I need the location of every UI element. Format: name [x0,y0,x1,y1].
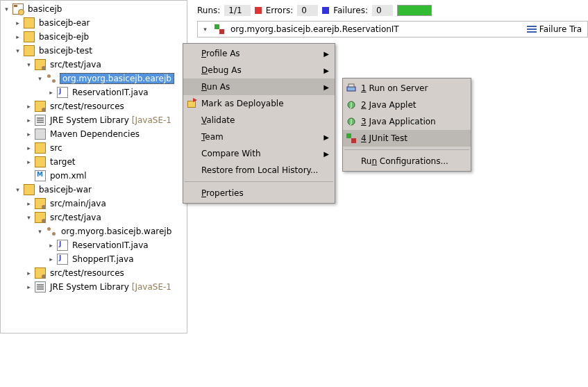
tree-node-label: Maven Dependencies [49,129,141,140]
tree-node-label: org.myorg.basicejb.warejb [60,226,173,237]
submenu-item-java-applet[interactable]: J2 Java Applet [343,97,471,113]
menu-item-label: Properties [201,188,244,198]
tree-row[interactable]: ▾src/test/java [1,58,187,72]
expand-icon[interactable]: ▸ [47,255,56,264]
tree-node-label: src/test/java [49,212,103,223]
tree-node-label: src/test/resources [49,267,126,279]
tree-node-label: basicejb-war [37,184,93,195]
project-explorer: ▾basicejb▸basicejb-ear▸basicejb-ejb▾basi… [0,0,187,334]
tree-row[interactable]: ▸src/main/java [1,197,187,211]
menu-item-properties[interactable]: Properties [183,185,335,201]
menu-item-label: Compare With [201,149,261,158]
expand-icon[interactable]: ▸ [47,88,56,97]
svg-rect-1 [219,29,224,34]
tree-row[interactable]: ▸target [1,155,187,169]
collapse-icon[interactable]: ▾ [35,74,44,83]
pkg-folder-icon [35,198,46,209]
expand-icon[interactable]: ▸ [13,19,22,28]
tree-row[interactable]: ▸Maven Dependencies [1,127,187,141]
tree-row[interactable]: ▸src [1,141,187,155]
junit-icon [346,133,357,144]
tree-row[interactable]: ▸ReservationIT.java [1,238,187,252]
collapse-icon[interactable]: ▾ [2,5,11,14]
submenu-item-junit-test[interactable]: 4 JUnit Test [343,130,471,147]
java-icon [57,254,68,265]
tree-row[interactable]: ▾src/test/java [1,211,187,224]
menu-item-mark-as-deployable[interactable]: Mark as Deployable [183,95,335,112]
tree-node-label: src/test/resources [49,101,126,112]
tree-row[interactable]: ▸src/test/resources [1,266,187,280]
svg-rect-2 [347,87,355,91]
expand-icon[interactable]: ▸ [24,269,33,278]
collapse-icon[interactable]: ▾ [35,227,44,236]
tree-row[interactable]: ▾basicejb-test [1,44,187,58]
tree-row[interactable]: ▸ShopperIT.java [1,252,187,266]
tree-row[interactable]: ▸basicejb-ear [1,16,187,30]
collapse-icon[interactable]: ▾ [13,47,22,56]
menu-item-team[interactable]: Team▶ [183,129,335,145]
chevron-down-icon[interactable]: ▾ [201,25,210,34]
expand-icon[interactable]: ▸ [24,130,33,139]
submenu-item-run-configurations[interactable]: Run Configurations... [343,153,471,170]
menu-item-run-as[interactable]: Run As▶ [183,79,335,95]
menu-item-label: Team [201,132,224,142]
tree-row[interactable]: ▾org.myorg.basicejb.warejb [1,224,187,238]
submenu-item-java-application[interactable]: J3 Java Application [343,113,471,130]
context-menu[interactable]: Profile As▶Debug As▶Run As▶Mark as Deplo… [183,43,335,204]
mod-icon [24,184,35,195]
pkg-icon [46,226,57,237]
menu-item-profile-as[interactable]: Profile As▶ [183,45,335,62]
expand-icon[interactable]: ▸ [24,102,33,111]
menu-item-label: Profile As [201,49,240,58]
tree-row[interactable]: ▸ReservationIT.java [1,85,187,99]
tree-row[interactable]: ▾basicejb-war [1,183,187,197]
menu-item-restore-from-local-history[interactable]: Restore from Local History... [183,162,335,179]
menu-item-label: Run As [201,82,230,92]
failures-icon [322,7,329,14]
run-as-submenu[interactable]: 1 Run on ServerJ2 Java AppletJ3 Java App… [342,78,471,172]
tree-row[interactable]: ▸src/test/resources [1,99,187,113]
submenu-arrow-icon: ▶ [324,83,329,91]
tree-row[interactable]: ▸basicejb-ejb [1,30,187,44]
expand-icon[interactable]: ▸ [47,241,56,250]
menu-separator [185,181,333,182]
expand-icon[interactable]: ▸ [24,144,33,153]
hamburger-icon [527,26,537,33]
expand-icon[interactable]: ▸ [13,33,22,42]
collapse-icon[interactable]: ▾ [24,60,33,69]
tree-node-extra: [JavaSE-1 [131,115,171,125]
tree-node-label: src/main/java [49,198,108,209]
junit-test-breadcrumb: ▾ org.myorg.basicejb.earejb.ReservationI… [197,21,588,38]
menu-item-compare-with[interactable]: Compare With▶ [183,145,335,162]
pkg-folder-icon [35,212,46,223]
jre-icon [35,115,46,126]
failure-trace-section[interactable]: Failure Tra [527,24,585,34]
mod-icon [24,17,35,28]
pkg-folder-icon [35,267,46,279]
expand-icon[interactable]: ▸ [24,158,33,167]
collapse-icon[interactable]: ▾ [13,186,22,195]
jre-icon [35,281,46,293]
junit-run-bar: Runs: 1/1 Errors: 0 Failures: 0 [197,3,588,18]
pkg-folder-icon [35,101,46,112]
errors-label: Errors: [266,6,294,15]
tree-node-label: ReservationIT.java [71,87,150,98]
expand-icon[interactable]: ▸ [24,283,33,292]
collapse-icon[interactable]: ▾ [24,213,33,222]
tree-row[interactable]: ▸JRE System Library[JavaSE-1 [1,280,187,294]
tree-node-label: basicejb-test [37,45,94,56]
submenu-item-run-on-server[interactable]: 1 Run on Server [343,80,471,97]
menu-item-label: Mark as Deployable [201,99,284,108]
tree-row[interactable]: ▾basicejb [1,2,187,16]
expand-icon[interactable]: ▸ [24,116,33,125]
expand-icon[interactable]: ▸ [24,199,33,208]
tree-row[interactable]: ▾org.myorg.basicejb.earejb [1,72,187,85]
tree-row[interactable]: pom.xml [1,169,187,183]
project-tree[interactable]: ▾basicejb▸basicejb-ear▸basicejb-ejb▾basi… [1,1,187,295]
jar-icon [35,129,46,140]
test-path[interactable]: org.myorg.basicejb.earejb.ReservationIT [230,24,399,34]
tree-row[interactable]: ▸JRE System Library[JavaSE-1 [1,113,187,127]
menu-item-validate[interactable]: Validate [183,112,335,129]
mod-icon [24,45,35,56]
menu-item-debug-as[interactable]: Debug As▶ [183,62,335,79]
